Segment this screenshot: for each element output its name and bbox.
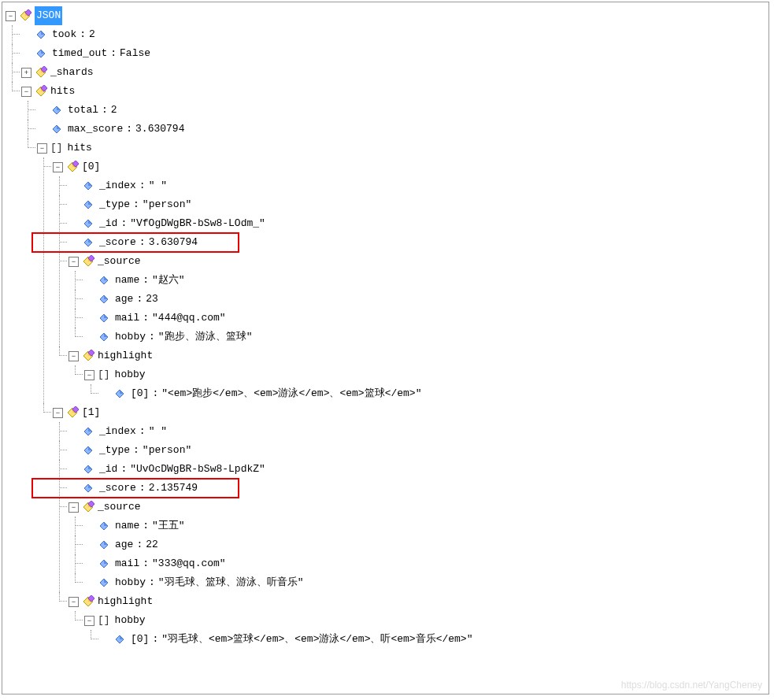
property-icon (50, 123, 63, 135)
root-node[interactable]: − JSON took : 2 timed_out : (6, 6, 768, 649)
node-source[interactable]: − _source name:"王五" age:22 mail:"333@qq.… (69, 498, 768, 592)
property-icon (98, 557, 110, 570)
property-icon (98, 274, 110, 287)
prop-total[interactable]: total : 2 (37, 101, 768, 120)
node-highlight[interactable]: − highlight − (69, 592, 768, 649)
array-brackets-icon: [] (98, 611, 110, 630)
property-icon (50, 104, 63, 117)
node-shards[interactable]: + _shards (21, 63, 768, 82)
collapse-icon[interactable]: − (69, 597, 79, 607)
collapse-icon[interactable]: − (84, 616, 94, 626)
object-icon (82, 501, 94, 513)
object-icon (66, 161, 79, 173)
prop-name[interactable]: name:"王五" (84, 517, 768, 535)
prop-max-score[interactable]: max_score : 3.630794 (37, 120, 768, 139)
prop-score[interactable]: _score: 3.630794 (69, 233, 768, 252)
json-tree-viewer: − JSON took : 2 timed_out : (2, 2, 769, 694)
property-icon (82, 444, 94, 457)
collapse-icon[interactable]: − (69, 351, 79, 361)
prop-age[interactable]: age:23 (84, 290, 768, 309)
root-label: JSON (35, 6, 62, 25)
property-icon (113, 633, 126, 646)
prop-hobby[interactable]: hobby:"羽毛球、篮球、游泳、听音乐" (84, 573, 768, 592)
property-icon (82, 198, 94, 211)
prop-hobby-0[interactable]: [0]:"羽毛球、<em>篮球</em>、<em>游泳</em>、听<em>音乐… (100, 630, 768, 649)
prop-index[interactable]: _index: " " (69, 422, 768, 441)
collapse-icon[interactable]: − (69, 257, 79, 267)
object-icon (82, 595, 94, 608)
node-hits-array[interactable]: − [] hits − [0] (37, 139, 768, 649)
property-icon (82, 180, 94, 192)
prop-took[interactable]: took : 2 (21, 25, 768, 44)
property-icon (82, 463, 94, 476)
property-icon (35, 47, 47, 60)
array-item-1[interactable]: − [1] _index: " " (53, 403, 768, 649)
array-item-0[interactable]: − [0] _index: " " (53, 157, 768, 403)
collapse-icon[interactable]: − (53, 408, 63, 418)
property-icon (82, 482, 94, 494)
property-icon (82, 425, 94, 438)
watermark: https://blog.csdn.net/YangCheney (621, 680, 762, 691)
property-icon (113, 387, 126, 400)
prop-type[interactable]: _type: "person" (69, 195, 768, 214)
property-icon (98, 331, 110, 343)
collapse-icon[interactable]: − (21, 87, 31, 97)
collapse-icon[interactable]: − (53, 162, 63, 172)
collapse-icon[interactable]: − (37, 143, 47, 154)
property-icon (82, 217, 94, 230)
node-highlight[interactable]: − highlight − (69, 346, 768, 403)
prop-index[interactable]: _index: " " (69, 176, 768, 195)
object-icon (19, 9, 31, 22)
prop-mail[interactable]: mail:"444@qq.com" (84, 309, 768, 328)
prop-name[interactable]: name:"赵六" (84, 271, 768, 290)
collapse-icon[interactable]: − (69, 502, 79, 513)
array-brackets-icon: [] (98, 365, 110, 384)
prop-id[interactable]: _id: "UvOcDWgBR-bSw8-LpdkZ" (69, 460, 768, 479)
object-icon (82, 255, 94, 268)
property-icon (98, 293, 110, 306)
node-source[interactable]: − _source name:"赵六" age:23 mail:"444@qq.… (69, 252, 768, 346)
property-icon (98, 312, 110, 324)
collapse-icon[interactable]: − (6, 11, 16, 21)
property-icon (98, 576, 110, 589)
expand-icon[interactable]: + (21, 68, 31, 78)
prop-id[interactable]: _id: "VfOgDWgBR-bSw8-LOdm_" (69, 214, 768, 233)
prop-age[interactable]: age:22 (84, 535, 768, 554)
object-icon (35, 85, 47, 98)
node-hobby-array[interactable]: − [] hobby [0]:"<em>跑步</em>、<em>游泳</em>、… (84, 365, 768, 403)
prop-hobby[interactable]: hobby:"跑步、游泳、篮球" (84, 328, 768, 346)
object-icon (35, 66, 47, 79)
prop-hobby-0[interactable]: [0]:"<em>跑步</em>、<em>游泳</em>、<em>篮球</em>… (100, 384, 768, 403)
property-icon (98, 520, 110, 532)
object-icon (82, 350, 94, 362)
object-icon (66, 406, 79, 419)
prop-type[interactable]: _type: "person" (69, 441, 768, 460)
node-hits[interactable]: − hits total : 2 (21, 82, 768, 649)
prop-timed-out[interactable]: timed_out : False (21, 44, 768, 63)
property-icon (98, 539, 110, 551)
array-brackets-icon: [] (50, 139, 63, 157)
collapse-icon[interactable]: − (84, 370, 94, 380)
property-icon (82, 236, 94, 249)
prop-score[interactable]: _score: 2.135749 (69, 479, 768, 498)
node-hobby-array[interactable]: − [] hobby [0]:"羽毛球、<em>篮球</em>、<em>游泳</… (84, 611, 768, 649)
prop-mail[interactable]: mail:"333@qq.com" (84, 554, 768, 573)
property-icon (35, 28, 47, 41)
